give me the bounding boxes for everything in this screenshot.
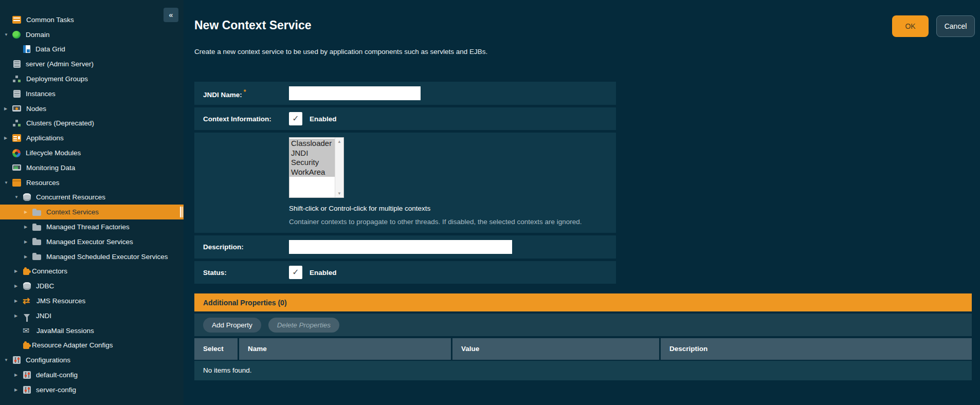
page-subtitle: Create a new context service to be used …: [194, 48, 487, 56]
globe-icon: [12, 31, 21, 39]
chevron-right-icon[interactable]: [14, 269, 23, 273]
contexts-row: Classloader JNDI Security WorkArea ▲ ▼ S…: [194, 133, 616, 233]
jndi-name-row: JNDI Name:*: [194, 82, 616, 105]
chevron-right-icon[interactable]: [24, 210, 32, 214]
required-marker: *: [244, 88, 246, 96]
chevron-right-icon[interactable]: [4, 106, 12, 111]
cancel-button[interactable]: Cancel: [936, 15, 975, 37]
chevron-right-icon[interactable]: [24, 240, 32, 244]
sidebar-item-javamail-sessions[interactable]: JavaMail Sessions: [0, 323, 184, 338]
context-option-jndi[interactable]: JNDI: [289, 149, 335, 158]
sidebar-item-managed-scheduled-executor-services[interactable]: Managed Scheduled Executor Services: [0, 249, 184, 264]
context-information-enabled-label: Enabled: [310, 115, 337, 123]
sidebar-item-jdbc[interactable]: JDBC: [0, 279, 184, 293]
sidebar-item-concurrent-resources[interactable]: Concurrent Resources: [0, 190, 184, 205]
application-window-icon: [12, 134, 21, 142]
context-information-label: Context Information:: [203, 115, 289, 123]
column-header-name: Name: [239, 338, 451, 360]
sidebar-item-default-config[interactable]: default-config: [0, 367, 184, 382]
arrows-icon: [23, 297, 31, 305]
sidebar-item-common-tasks[interactable]: Common Tasks: [0, 12, 184, 27]
contexts-help: Container contexts to propagate to other…: [289, 218, 582, 228]
contexts-options: Classloader JNDI Security WorkArea: [289, 138, 335, 197]
chevron-right-icon[interactable]: [14, 284, 23, 288]
column-header-value: Value: [452, 338, 659, 360]
envelope-icon: [23, 327, 31, 335]
sidebar-item-monitoring-data[interactable]: Monitoring Data: [0, 160, 184, 175]
chevron-right-icon[interactable]: [4, 136, 12, 140]
sidebar-item-managed-thread-factories[interactable]: Managed Thread Factories: [0, 219, 184, 234]
chevron-right-icon[interactable]: [14, 314, 23, 318]
status-row: Status: ✓ Enabled: [194, 261, 616, 284]
sliders-icon: [13, 356, 21, 364]
contexts-field: Classloader JNDI Security WorkArea ▲ ▼ S…: [289, 137, 582, 228]
sidebar-item-domain[interactable]: Domain: [0, 27, 184, 42]
contexts-hint: Shift-click or Control-click for multipl…: [289, 205, 582, 212]
chevron-right-icon[interactable]: [14, 373, 23, 377]
main-content: New Context Service Create a new context…: [184, 0, 980, 405]
sidebar-item-nodes[interactable]: Nodes: [0, 101, 184, 116]
page-title: New Context Service: [194, 19, 312, 32]
properties-toolbar: Add Property Delete Properties: [194, 314, 972, 336]
server-icon: [13, 60, 21, 68]
sidebar-item-configurations[interactable]: Configurations: [0, 353, 184, 367]
lifecycle-circle-icon: [12, 149, 21, 157]
sliders-icon: [23, 371, 31, 379]
sidebar-item-server-config[interactable]: server-config: [0, 382, 184, 397]
chevron-right-icon[interactable]: [14, 388, 23, 392]
sidebar-item-clusters[interactable]: Clusters (Deprecated): [0, 116, 184, 131]
listbox-scrollbar[interactable]: ▲ ▼: [335, 138, 343, 197]
sidebar-item-instances[interactable]: Instances: [0, 86, 184, 101]
properties-table-header: Select Name Value Description: [194, 338, 972, 360]
folder-icon: [32, 240, 41, 245]
scroll-down-icon[interactable]: ▼: [337, 191, 341, 196]
data-grid-icon: [23, 45, 30, 53]
chevron-right-icon[interactable]: [24, 225, 32, 229]
context-option-classloader[interactable]: Classloader: [289, 139, 335, 149]
context-option-workarea[interactable]: WorkArea: [289, 168, 335, 177]
funnel-icon: [24, 314, 30, 318]
delete-properties-button[interactable]: Delete Properties: [268, 318, 339, 333]
chevron-down-icon[interactable]: [4, 180, 12, 185]
sidebar-item-server-admin[interactable]: server (Admin Server): [0, 57, 184, 71]
box-icon: [12, 179, 21, 187]
sidebar-item-jms-resources[interactable]: JMS Resources: [0, 293, 184, 308]
sidebar-item-applications[interactable]: Applications: [0, 131, 184, 145]
sidebar-collapse-button[interactable]: «: [164, 8, 178, 22]
context-information-row: Context Information: ✓ Enabled: [194, 107, 616, 130]
table-icon: [12, 16, 21, 24]
scrollbar-grip[interactable]: [180, 207, 183, 217]
context-information-checkbox[interactable]: ✓: [289, 112, 302, 125]
sidebar-item-data-grid[interactable]: Data Grid: [0, 42, 184, 57]
status-checkbox[interactable]: ✓: [289, 266, 302, 279]
chevron-down-icon[interactable]: [14, 195, 23, 199]
chevron-right-icon[interactable]: [24, 254, 32, 259]
sliders-icon: [23, 386, 31, 394]
scroll-up-icon[interactable]: ▲: [337, 139, 341, 144]
chevron-down-icon[interactable]: [4, 32, 12, 37]
sidebar-item-deployment-groups[interactable]: Deployment Groups: [0, 71, 184, 86]
sidebar-item-managed-executor-services[interactable]: Managed Executor Services: [0, 234, 184, 249]
sidebar-item-lifecycle-modules[interactable]: Lifecycle Modules: [0, 145, 184, 160]
chevron-down-icon[interactable]: [4, 358, 12, 362]
jndi-name-input[interactable]: [289, 86, 421, 100]
monitor-icon: [12, 105, 21, 112]
sidebar-item-jndi[interactable]: JNDI: [0, 308, 184, 323]
folder-icon: [32, 210, 41, 216]
top-action-buttons: OK Cancel: [892, 15, 975, 37]
ok-button[interactable]: OK: [892, 15, 929, 37]
chevron-right-icon[interactable]: [14, 299, 23, 303]
add-property-button[interactable]: Add Property: [203, 318, 261, 333]
puzzle-icon: [23, 343, 29, 349]
sidebar-item-connectors[interactable]: Connectors: [0, 264, 184, 279]
sidebar-item-resource-adapter-configs[interactable]: Resource Adapter Configs: [0, 338, 184, 353]
description-input[interactable]: [289, 240, 512, 254]
sidebar-item-resources[interactable]: Resources: [0, 175, 184, 190]
sidebar-item-context-services[interactable]: Context Services: [0, 205, 184, 219]
jndi-name-label: JNDI Name:*: [203, 88, 289, 99]
database-icon: [23, 282, 31, 290]
contexts-listbox[interactable]: Classloader JNDI Security WorkArea ▲ ▼: [289, 137, 344, 198]
database-icon: [23, 193, 31, 201]
context-option-security[interactable]: Security: [289, 158, 335, 168]
folder-icon: [32, 225, 41, 231]
